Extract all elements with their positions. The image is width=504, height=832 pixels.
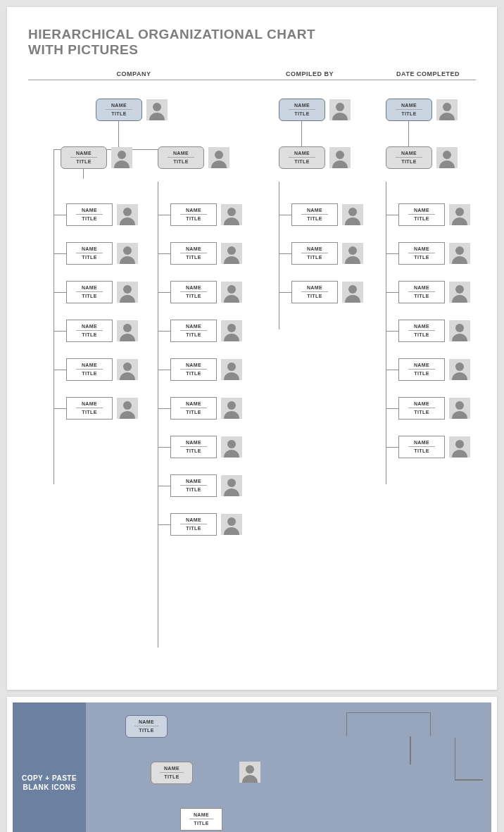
org-card: NAMETITLE <box>66 397 113 420</box>
org-card: NAMETITLE <box>291 242 338 265</box>
org-node-leaf[interactable]: NAMETITLE <box>398 358 470 381</box>
org-node-leaf[interactable]: NAMETITLE <box>66 281 138 303</box>
org-node-sub[interactable]: NAMETITLE <box>61 146 132 169</box>
title-label: TITLE <box>180 446 207 453</box>
org-node-root[interactable]: NAME TITLE <box>96 99 168 121</box>
connector-sample[interactable] <box>455 780 483 781</box>
title-label: TITLE <box>76 253 103 260</box>
connector <box>53 408 66 409</box>
svg-point-0 <box>153 103 161 111</box>
avatar-icon <box>221 204 242 225</box>
connector <box>279 215 291 215</box>
org-node-leaf[interactable]: NAMETITLE <box>170 436 242 458</box>
avatar-icon <box>449 204 470 225</box>
org-node-leaf[interactable]: NAMETITLE <box>170 358 242 381</box>
org-node-leaf[interactable]: NAMETITLE <box>170 397 242 420</box>
org-node-leaf[interactable]: NAMETITLE <box>170 474 242 497</box>
org-node-leaf[interactable]: NAMETITLE <box>398 397 470 420</box>
header-date: DATE COMPLETED <box>380 70 476 77</box>
connector <box>158 182 158 648</box>
connector <box>386 331 398 332</box>
org-node-leaf[interactable]: NAMETITLE <box>66 358 138 381</box>
org-node-leaf[interactable]: NAMETITLE <box>398 320 470 342</box>
org-card: NAMETITLE <box>180 808 222 831</box>
blank-root-card[interactable]: NAMETITLE <box>125 715 168 738</box>
avatar-icon <box>221 282 242 303</box>
org-node-leaf[interactable]: NAMETITLE <box>170 320 242 342</box>
title-label: TITLE <box>180 291 207 298</box>
svg-point-24 <box>443 151 451 159</box>
org-card: NAMETITLE <box>398 203 445 226</box>
connector <box>386 370 398 370</box>
org-node-leaf[interactable]: NAMETITLE <box>170 513 242 536</box>
avatar-icon <box>117 320 138 341</box>
connector <box>158 292 170 293</box>
avatar-icon <box>221 359 242 380</box>
org-card: NAMETITLE <box>398 358 445 381</box>
chart-area: NAME TITLE NAMETITLE NAMETITLE NAMETITLE… <box>28 92 476 669</box>
svg-point-3 <box>123 208 132 216</box>
org-card: NAMETITLE <box>170 358 217 381</box>
blank-leaf-card[interactable]: NAMETITLE <box>180 808 222 831</box>
org-node-leaf[interactable]: NAMETITLE <box>398 203 470 226</box>
avatar-icon <box>239 762 260 783</box>
org-card: NAMETITLE <box>66 281 113 303</box>
org-card: NAMETITLE <box>170 242 217 265</box>
org-node-leaf[interactable]: NAMETITLE <box>398 436 470 458</box>
org-node-leaf[interactable]: NAMETITLE <box>291 281 363 303</box>
avatar-icon <box>208 147 229 168</box>
org-card: NAMETITLE <box>398 281 445 303</box>
connector <box>158 331 170 332</box>
org-node-leaf[interactable]: NAMETITLE <box>170 203 242 226</box>
org-node-leaf[interactable]: NAMETITLE <box>398 281 470 303</box>
name-label: NAME <box>414 440 429 445</box>
avatar-icon <box>221 436 242 458</box>
org-node-sub[interactable]: NAMETITLE <box>386 146 458 169</box>
org-node-leaf[interactable]: NAMETITLE <box>66 320 138 342</box>
avatar-icon <box>221 475 242 496</box>
connector-sample[interactable] <box>410 736 411 764</box>
avatar-icon <box>436 147 458 168</box>
name-label: NAME <box>294 103 310 108</box>
connector <box>158 447 170 448</box>
org-card: NAMETITLE <box>170 474 217 497</box>
connector <box>53 370 66 370</box>
org-node-leaf[interactable]: NAMETITLE <box>66 242 138 265</box>
name-label: NAME <box>173 151 189 156</box>
org-node-leaf[interactable]: NAMETITLE <box>170 242 242 265</box>
org-node-leaf[interactable]: NAMETITLE <box>291 203 363 226</box>
org-node-sub[interactable]: NAMETITLE <box>158 146 229 169</box>
svg-point-20 <box>348 208 357 216</box>
svg-point-9 <box>227 208 236 216</box>
org-node-root[interactable]: NAMETITLE <box>279 99 351 121</box>
connector-sample[interactable] <box>346 712 389 736</box>
connector <box>158 253 170 254</box>
connector-sample[interactable] <box>389 712 431 736</box>
blank-sub-card[interactable]: NAMETITLE <box>151 762 193 784</box>
org-node-root[interactable]: NAMETITLE <box>386 99 458 121</box>
avatar-icon <box>329 99 351 120</box>
org-node-leaf[interactable]: NAMETITLE <box>170 281 242 303</box>
svg-point-8 <box>123 401 132 410</box>
title-label: TITLE <box>76 214 103 221</box>
org-node-sub[interactable]: NAMETITLE <box>279 146 351 169</box>
title-label: TITLE <box>396 109 422 116</box>
blank-photo-icon[interactable] <box>239 762 260 783</box>
svg-point-10 <box>227 246 236 255</box>
org-node-leaf[interactable]: NAMETITLE <box>291 242 363 265</box>
svg-point-5 <box>123 285 132 294</box>
connector <box>158 370 170 370</box>
title-label: TITLE <box>76 408 103 415</box>
org-node-leaf[interactable]: NAMETITLE <box>66 397 138 420</box>
org-node-leaf[interactable]: NAMETITLE <box>66 203 138 226</box>
title-label: TITLE <box>396 157 422 164</box>
connector <box>118 121 119 149</box>
org-card: NAMETITLE <box>66 320 113 342</box>
title-label: TITLE <box>301 214 328 221</box>
title-line1: HIERARCHICAL ORGANIZATIONAL CHART <box>28 27 315 42</box>
svg-point-7 <box>123 363 132 371</box>
connector <box>158 524 170 525</box>
org-node-leaf[interactable]: NAMETITLE <box>398 242 470 265</box>
connector-sample[interactable] <box>455 738 483 780</box>
org-card: NAMETITLE <box>151 762 193 784</box>
